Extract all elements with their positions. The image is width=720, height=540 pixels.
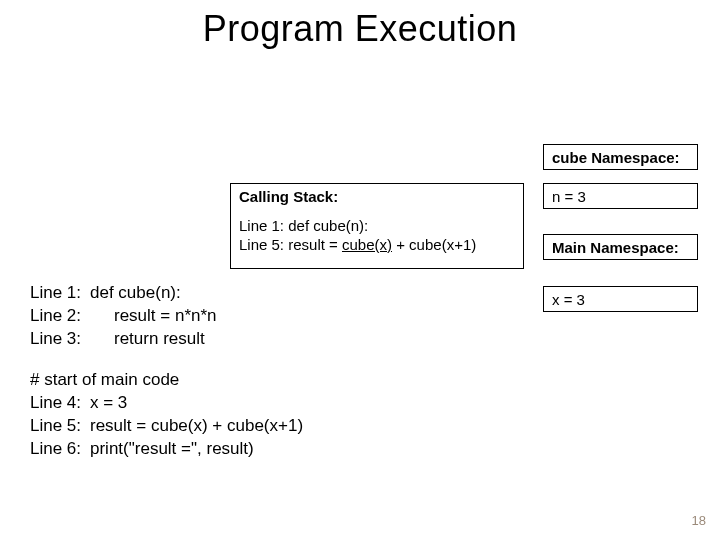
- code-line-1: Line 1: def cube(n):: [30, 282, 303, 305]
- code-line-2: Line 2: result = n*n*n: [30, 305, 303, 328]
- code-block: Line 1: def cube(n): Line 2: result = n*…: [30, 282, 303, 461]
- line-label: Line 2:: [30, 305, 90, 328]
- stack-line-2-call: cube(x): [342, 236, 392, 253]
- stack-line-1: Line 1: def cube(n):: [239, 217, 515, 236]
- code-comment: # start of main code: [30, 369, 303, 392]
- slide-title: Program Execution: [0, 8, 720, 50]
- code-line-5: Line 5: result = cube(x) + cube(x+1): [30, 415, 303, 438]
- line-label: Line 1:: [30, 282, 90, 305]
- line-label: Line 4:: [30, 392, 90, 415]
- cube-namespace-label: cube Namespace:: [543, 144, 698, 170]
- main-namespace-value: x = 3: [543, 286, 698, 312]
- line-label: Line 5:: [30, 415, 90, 438]
- line-text: x = 3: [90, 392, 127, 415]
- cube-namespace-value: n = 3: [543, 183, 698, 209]
- stack-line-2-pre: Line 5: result =: [239, 236, 342, 253]
- main-namespace-label: Main Namespace:: [543, 234, 698, 260]
- code-line-4: Line 4: x = 3: [30, 392, 303, 415]
- stack-line-2-post: + cube(x+1): [392, 236, 476, 253]
- page-number: 18: [692, 513, 706, 528]
- line-text: result = cube(x) + cube(x+1): [90, 415, 303, 438]
- line-text: print("result =", result): [90, 438, 254, 461]
- calling-stack-box: Calling Stack: Line 1: def cube(n): Line…: [230, 183, 524, 269]
- line-label: Line 3:: [30, 328, 90, 351]
- calling-stack-header: Calling Stack:: [239, 188, 515, 207]
- stack-line-2: Line 5: result = cube(x) + cube(x+1): [239, 236, 515, 255]
- slide: Program Execution cube Namespace: Callin…: [0, 0, 720, 540]
- line-text: def cube(n):: [90, 282, 181, 305]
- line-label: Line 6:: [30, 438, 90, 461]
- line-text: result = n*n*n: [90, 305, 217, 328]
- code-line-6: Line 6: print("result =", result): [30, 438, 303, 461]
- line-text: return result: [90, 328, 205, 351]
- code-line-3: Line 3: return result: [30, 328, 303, 351]
